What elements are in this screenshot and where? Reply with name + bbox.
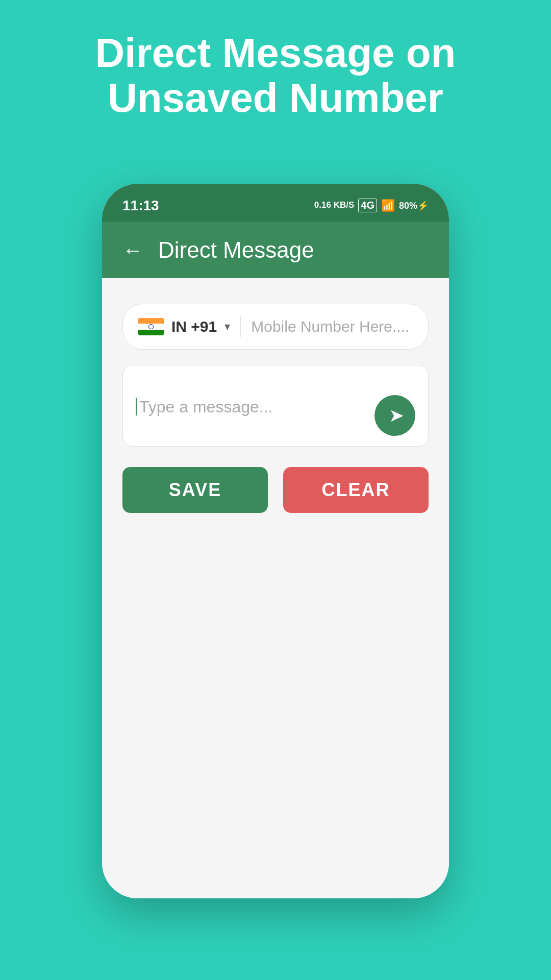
content-area: IN +91 ▾ Mobile Number Here.... Type a m… [102,278,449,898]
input-divider [240,316,241,337]
data-speed: 0.16 KB/S [314,201,354,210]
phone-notch [235,184,316,207]
message-placeholder[interactable]: Type a message... [139,398,415,416]
country-dropdown-arrow[interactable]: ▾ [224,320,230,333]
battery-label: 80%⚡ [399,200,429,211]
india-flag-icon [138,318,164,335]
phone-mockup: 11:13 0.16 KB/S 4G 📶 80%⚡ ← Direct Messa… [102,184,449,898]
send-icon: ➤ [389,405,404,426]
action-buttons-row: SAVE CLEAR [122,467,429,513]
status-time: 11:13 [122,198,159,214]
country-code-label: IN +91 [171,318,217,335]
status-icons: 0.16 KB/S 4G 📶 80%⚡ [314,199,429,212]
phone-number-input-container[interactable]: IN +91 ▾ Mobile Number Here.... [122,304,429,350]
network-indicator: 4G [358,199,377,212]
message-input-container[interactable]: Type a message... ➤ [122,365,429,447]
save-button[interactable]: SAVE [122,467,268,513]
phone-number-placeholder[interactable]: Mobile Number Here.... [251,318,413,335]
clear-button[interactable]: CLEAR [283,467,429,513]
send-button[interactable]: ➤ [374,395,415,436]
back-button[interactable]: ← [122,239,143,262]
signal-icon: 📶 [381,199,395,212]
page-title: Direct Message on Unsaved Number [0,31,551,120]
text-cursor [136,398,137,415]
app-bar: ← Direct Message [102,222,449,278]
app-bar-title: Direct Message [158,237,314,263]
